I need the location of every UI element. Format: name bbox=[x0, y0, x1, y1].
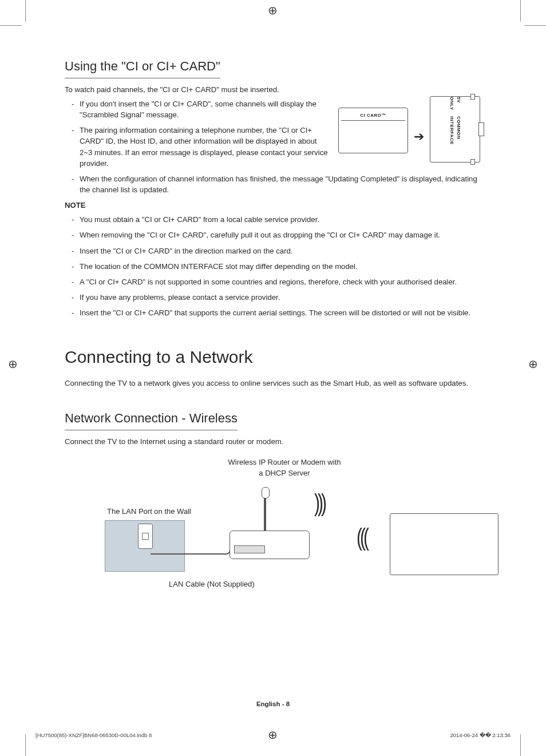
lan-cable-icon bbox=[151, 543, 231, 555]
crop-mark bbox=[520, 0, 521, 22]
router-icon bbox=[230, 531, 310, 559]
wall-port-label: The LAN Port on the Wall bbox=[107, 506, 191, 517]
list-item: Insert the "CI or CI+ CARD" in the direc… bbox=[72, 246, 481, 256]
list-item: The location of the COMMON INTERFACE slo… bbox=[72, 261, 481, 272]
list-item: When the configuration of channel inform… bbox=[72, 173, 481, 195]
ci-card-diagram: CI CARD™ ➔ 5V ONLY COMMON INTERFACE bbox=[338, 96, 481, 171]
ci-intro: To watch paid channels, the "CI or CI+ C… bbox=[65, 84, 481, 95]
crop-mark bbox=[25, 734, 26, 756]
antenna-icon bbox=[264, 493, 266, 533]
ci-slot-icon: 5V ONLY COMMON INTERFACE bbox=[430, 96, 480, 163]
ci-notes-list: You must obtain a "CI or CI+ CARD" from … bbox=[65, 214, 481, 318]
ci-text-column: If you don't insert the "CI or CI+ CARD"… bbox=[65, 98, 330, 173]
list-item: The pairing information containing a tel… bbox=[72, 125, 330, 169]
crop-mark bbox=[520, 734, 521, 756]
page-content: Using the "CI or CI+ CARD" To watch paid… bbox=[65, 57, 481, 589]
crop-mark bbox=[524, 25, 546, 26]
list-item: When removing the "CI or CI+ CARD", care… bbox=[72, 229, 481, 240]
footer-timestamp: 2014-06-24 �� 2:13:36 bbox=[450, 731, 511, 739]
ci-full-bullets: When the configuration of channel inform… bbox=[65, 173, 481, 195]
registration-mark-icon: ⊕ bbox=[8, 356, 18, 373]
list-item: Insert the "CI or CI+ CARD" that support… bbox=[72, 307, 481, 318]
network-intro: Connecting the TV to a network gives you… bbox=[65, 378, 481, 389]
page-number: English - 8 bbox=[0, 699, 546, 709]
registration-mark-icon: ⊕ bbox=[268, 2, 278, 19]
registration-mark-icon: ⊕ bbox=[268, 727, 278, 743]
list-item: A "CI or CI+ CARD" is not supported in s… bbox=[72, 276, 481, 287]
network-heading: Connecting to a Network bbox=[65, 345, 481, 370]
note-heading: NOTE bbox=[65, 200, 481, 211]
wifi-waves-icon: ((( bbox=[357, 520, 367, 555]
wireless-diagram: Wireless IP Router or Modem with a DHCP … bbox=[65, 457, 454, 589]
list-item: You must obtain a "CI or CI+ CARD" from … bbox=[72, 214, 481, 225]
ci-block: If you don't insert the "CI or CI+ CARD"… bbox=[65, 98, 481, 173]
wifi-waves-icon: ))) bbox=[314, 485, 325, 520]
slot-5v-label: 5V ONLY bbox=[448, 97, 461, 115]
arrow-right-icon: ➔ bbox=[414, 128, 424, 146]
wireless-intro: Connect the TV to the Internet using a s… bbox=[65, 436, 481, 447]
tv-icon bbox=[390, 513, 498, 575]
crop-mark bbox=[0, 25, 22, 26]
router-label: Wireless IP Router or Modem with a DHCP … bbox=[227, 457, 342, 479]
footer-filename: [HU7500(85)-XNZF]BN68-06530D-00L04.indb … bbox=[35, 731, 152, 739]
slot-ci-label: COMMON INTERFACE bbox=[448, 116, 461, 162]
list-item: If you have any problems, please contact… bbox=[72, 292, 481, 303]
wireless-title: Network Connection - Wireless bbox=[65, 409, 238, 430]
crop-mark bbox=[25, 0, 26, 22]
registration-mark-icon: ⊕ bbox=[528, 356, 538, 373]
ci-card-icon: CI CARD™ bbox=[338, 108, 408, 153]
list-item: If you don't insert the "CI or CI+ CARD"… bbox=[72, 98, 330, 120]
ci-top-bullets: If you don't insert the "CI or CI+ CARD"… bbox=[65, 98, 330, 169]
ci-card-title: Using the "CI or CI+ CARD" bbox=[65, 57, 220, 78]
lan-cable-label: LAN Cable (Not Supplied) bbox=[169, 579, 255, 590]
router-ports-icon bbox=[234, 545, 265, 553]
ci-card-label: CI CARD™ bbox=[341, 110, 405, 121]
